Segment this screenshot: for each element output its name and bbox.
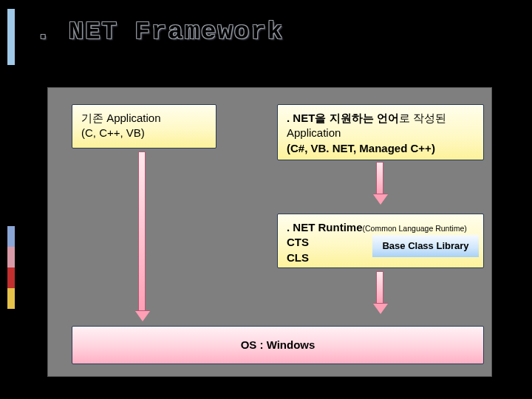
box-os-windows: OS : Windows: [72, 326, 484, 364]
accent-stripe-segment: [7, 267, 15, 288]
arrow-legacy-to-os: [135, 151, 149, 321]
arrow-runtime-to-os: [373, 271, 386, 314]
accent-stripe-segment: [7, 288, 15, 309]
dotnet-line3: (C#, VB. NET, Managed C++): [287, 141, 474, 156]
accent-stripe: [0, 0, 22, 399]
runtime-title: . NET Runtime(Common Language Runtime): [287, 220, 474, 235]
page-title: . NET Framework: [35, 18, 284, 46]
legacy-line2: (C, C++, VB): [81, 126, 207, 140]
dotnet-line1-bold: . NET을 지원하는 언어: [287, 112, 399, 124]
accent-stripe-segment: [7, 226, 15, 247]
box-legacy-application: 기존 Application (C, C++, VB): [72, 104, 216, 149]
arrow-dotnet-to-runtime: [373, 162, 386, 205]
runtime-title-sub: (Common Language Runtime): [363, 224, 467, 233]
dotnet-line1: . NET을 지원하는 언어로 작성된: [287, 111, 474, 126]
dotnet-line2: Application: [287, 126, 474, 140]
box-dotnet-application: . NET을 지원하는 언어로 작성된 Application (C#, VB.…: [277, 104, 484, 160]
accent-stripe-segment: [7, 247, 15, 267]
box-base-class-library: Base Class Library: [372, 235, 479, 257]
accent-stripe-segment: [7, 9, 15, 65]
dotnet-line1-tail: 로 작성된: [399, 112, 446, 124]
legacy-line1: 기존 Application: [81, 111, 207, 126]
diagram-canvas: 기존 Application (C, C++, VB) . NET을 지원하는 …: [47, 87, 492, 377]
box-dotnet-runtime: . NET Runtime(Common Language Runtime) C…: [277, 214, 484, 268]
runtime-title-bold: . NET Runtime: [287, 221, 363, 233]
